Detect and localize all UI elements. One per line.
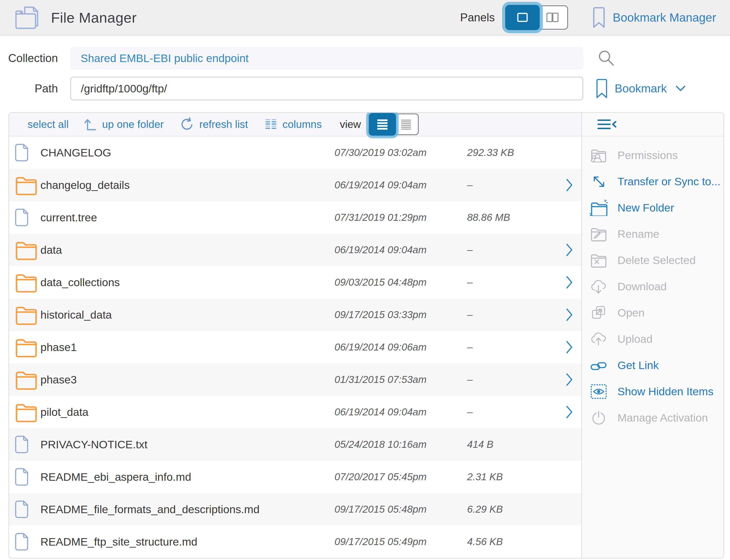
select-all-button[interactable]: select all <box>28 118 69 130</box>
open-folder-chevron[interactable] <box>558 211 581 224</box>
file-size: – <box>467 277 558 288</box>
list-toolbar: select all up one folder refresh list <box>9 113 581 136</box>
file-modified-date: 09/17/2015 03:33pm <box>334 309 467 320</box>
table-row[interactable]: README_ftp_site_structure.md 09/17/2015 … <box>9 526 581 558</box>
file-size: – <box>467 342 558 353</box>
collapse-panel-icon <box>597 118 618 131</box>
menu-item-download[interactable]: Download <box>582 273 724 300</box>
file-size: – <box>467 406 558 418</box>
menu-item-open[interactable]: Open <box>582 300 724 326</box>
file-size: 2.31 KB <box>467 471 558 483</box>
file-size: 414 B <box>467 439 558 450</box>
single-panel-button[interactable] <box>505 5 540 30</box>
file-modified-date: 07/20/2017 05:45pm <box>334 471 467 483</box>
file-name: PRIVACY-NOTICE.txt <box>40 438 334 451</box>
menu-item-delete-selected[interactable]: Delete Selected <box>582 247 724 273</box>
table-row[interactable]: CHANGELOG 07/30/2019 03:02am 292.33 KB <box>9 136 581 169</box>
table-row[interactable]: phase1 06/19/2014 09:06am – <box>9 331 581 363</box>
open-folder-chevron[interactable] <box>558 470 581 483</box>
table-row[interactable]: current.tree 07/31/2019 01:29pm 88.86 MB <box>9 201 581 234</box>
rename-icon <box>590 226 607 242</box>
show-hidden-icon <box>591 383 607 399</box>
menu-item-permissions[interactable]: Permissions <box>582 142 724 168</box>
open-folder-chevron[interactable] <box>558 308 581 321</box>
file-name: changelog_details <box>40 179 334 191</box>
condensed-view-button[interactable] <box>394 113 419 135</box>
up-one-folder-label: up one folder <box>102 118 164 130</box>
search-button[interactable] <box>598 50 615 66</box>
file-modified-date: 01/31/2015 07:53am <box>334 374 467 385</box>
file-size: – <box>467 309 558 320</box>
menu-item-transfer-or-sync-to[interactable]: Transfer or Sync to... <box>582 168 724 195</box>
collapse-panel-button[interactable] <box>597 118 618 131</box>
condensed-view-icon <box>400 119 412 130</box>
table-row[interactable]: PRIVACY-NOTICE.txt 05/24/2018 10:16am 41… <box>9 428 581 461</box>
open-icon <box>591 305 607 320</box>
app-header: File Manager Panels Bookmark Manager <box>0 0 730 36</box>
file-icon <box>15 500 29 518</box>
collection-field[interactable]: Shared EMBL-EBI public endpoint <box>70 47 583 69</box>
manage-activation-icon <box>591 410 607 426</box>
refresh-icon <box>180 117 194 132</box>
file-icon <box>15 208 29 226</box>
chevron-right-icon <box>566 373 573 386</box>
table-row[interactable]: changelog_details 06/19/2014 09:04am – <box>9 169 581 201</box>
new-folder-icon <box>590 199 608 216</box>
menu-item-new-folder[interactable]: New Folder <box>582 195 724 221</box>
chevron-right-icon <box>566 179 573 191</box>
bookmark-ribbon-icon <box>593 7 605 28</box>
open-folder-chevron[interactable] <box>558 503 581 516</box>
menu-item-get-link[interactable]: Get Link <box>582 352 724 378</box>
open-folder-chevron[interactable] <box>558 243 581 256</box>
table-row[interactable]: phase3 01/31/2015 07:53am – <box>9 363 581 396</box>
table-row[interactable]: README_file_formats_and_descriptions.md … <box>9 493 581 526</box>
folder-icon <box>15 239 38 260</box>
table-row[interactable]: historical_data 09/17/2015 03:33pm – <box>9 299 581 331</box>
file-size: 292.33 KB <box>467 147 558 158</box>
menu-item-rename[interactable]: Rename <box>582 221 724 247</box>
bookmark-manager-link[interactable]: Bookmark Manager <box>593 7 716 28</box>
open-folder-chevron[interactable] <box>558 341 581 354</box>
chevron-right-icon <box>566 406 573 418</box>
columns-button[interactable]: columns <box>265 118 322 130</box>
table-row[interactable]: data_collections 09/03/2015 04:48pm – <box>9 266 581 299</box>
folder-icon <box>15 174 38 196</box>
open-folder-chevron[interactable] <box>558 179 581 191</box>
open-folder-chevron[interactable] <box>558 276 581 289</box>
file-icon <box>15 533 29 551</box>
table-row[interactable]: README_ebi_aspera_info.md 07/20/2017 05:… <box>9 461 581 493</box>
file-list: CHANGELOG 07/30/2019 03:02am 292.33 KB c… <box>9 136 581 558</box>
menu-item-upload[interactable]: Upload <box>582 326 724 352</box>
open-folder-chevron[interactable] <box>558 438 581 451</box>
open-folder-chevron[interactable] <box>558 406 581 418</box>
folder-icon <box>15 337 38 358</box>
open-folder-chevron[interactable] <box>558 373 581 386</box>
list-view-button[interactable] <box>369 113 396 136</box>
file-size: – <box>467 179 558 191</box>
menu-item-manage-activation[interactable]: Manage Activation <box>582 405 724 431</box>
file-size: 88.86 MB <box>467 212 558 223</box>
up-one-folder-button[interactable]: up one folder <box>84 118 164 131</box>
actions-panel-header <box>582 113 724 136</box>
refresh-list-button[interactable]: refresh list <box>180 117 248 132</box>
panels-toggle <box>505 5 568 30</box>
chevron-right-icon <box>566 308 573 321</box>
dual-panel-button[interactable] <box>537 5 568 30</box>
bookmark-manager-label: Bookmark Manager <box>613 11 716 24</box>
file-name: CHANGELOG <box>40 146 334 159</box>
up-one-folder-icon <box>84 118 97 131</box>
table-row[interactable]: pilot_data 06/19/2014 09:04am – <box>9 396 581 428</box>
folder-icon <box>15 272 38 293</box>
open-folder-chevron[interactable] <box>558 535 581 548</box>
file-modified-date: 07/31/2019 01:29pm <box>334 212 467 223</box>
file-modified-date: 07/30/2019 03:02am <box>334 147 467 158</box>
open-folder-chevron[interactable] <box>558 146 581 159</box>
file-modified-date: 06/19/2014 09:06am <box>334 342 467 353</box>
file-size: 6.29 KB <box>467 504 558 515</box>
bookmark-dropdown[interactable]: Bookmark <box>596 79 685 98</box>
table-row[interactable]: data 06/19/2014 09:04am – <box>9 234 581 266</box>
path-input[interactable]: /gridftp/1000g/ftp/ <box>70 77 583 100</box>
refresh-list-label: refresh list <box>199 118 248 130</box>
menu-item-show-hidden-items[interactable]: Show Hidden Items <box>582 378 724 405</box>
path-value: /gridftp/1000g/ftp/ <box>81 82 167 95</box>
